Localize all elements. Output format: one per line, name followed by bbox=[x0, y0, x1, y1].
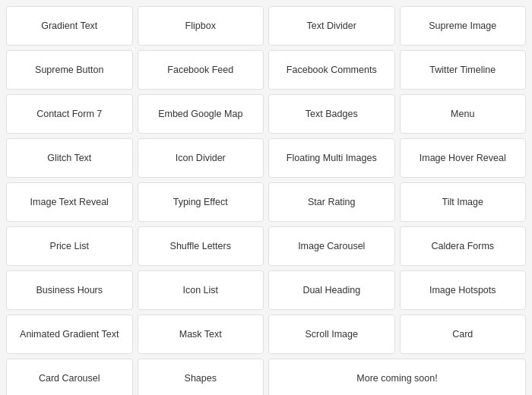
widget-item[interactable]: Business Hours bbox=[6, 270, 133, 310]
widget-item[interactable]: Image Hotspots bbox=[400, 270, 527, 310]
widget-item[interactable]: Image Text Reveal bbox=[6, 182, 133, 222]
widget-item[interactable]: Dual Heading bbox=[268, 270, 395, 310]
widget-grid: Gradient TextFlipboxText DividerSupreme … bbox=[0, 0, 532, 395]
widget-item[interactable]: Supreme Image bbox=[400, 6, 527, 46]
widget-item[interactable]: Tilt Image bbox=[400, 182, 527, 222]
widget-item[interactable]: Animated Gradient Text bbox=[6, 314, 133, 354]
widget-item[interactable]: Image Hover Reveal bbox=[400, 138, 527, 178]
widget-item[interactable]: Embed Google Map bbox=[138, 94, 264, 134]
widget-item[interactable]: Icon Divider bbox=[138, 138, 264, 178]
widget-item[interactable]: Card Carousel bbox=[6, 359, 133, 395]
widget-item[interactable]: More coming soon! bbox=[268, 359, 526, 395]
widget-item[interactable]: Contact Form 7 bbox=[6, 94, 133, 134]
widget-item[interactable]: Menu bbox=[400, 94, 527, 134]
widget-item[interactable]: Mask Text bbox=[138, 314, 264, 354]
widget-item[interactable]: Typing Effect bbox=[138, 182, 264, 222]
widget-item[interactable]: Price List bbox=[6, 226, 133, 266]
widget-item[interactable]: Facebook Comments bbox=[268, 50, 395, 90]
widget-item[interactable]: Scroll Image bbox=[268, 314, 395, 354]
widget-item[interactable]: Image Carousel bbox=[268, 226, 395, 266]
widget-item[interactable]: Flipbox bbox=[138, 6, 264, 46]
widget-item[interactable]: Twitter Timeline bbox=[400, 50, 527, 90]
widget-item[interactable]: Facebook Feed bbox=[138, 50, 264, 90]
widget-item[interactable]: Floating Multi Images bbox=[268, 138, 395, 178]
widget-item[interactable]: Card bbox=[400, 314, 527, 354]
widget-item[interactable]: Star Rating bbox=[268, 182, 395, 222]
widget-item[interactable]: Text Badges bbox=[268, 94, 395, 134]
widget-item[interactable]: Supreme Button bbox=[6, 50, 133, 90]
widget-item[interactable]: Shapes bbox=[138, 359, 264, 395]
widget-item[interactable]: Icon List bbox=[138, 270, 264, 310]
widget-item[interactable]: Glitch Text bbox=[6, 138, 133, 178]
widget-item[interactable]: Text Divider bbox=[268, 6, 395, 46]
widget-item[interactable]: Gradient Text bbox=[6, 6, 133, 46]
widget-item[interactable]: Caldera Forms bbox=[400, 226, 527, 266]
widget-item[interactable]: Shuffle Letters bbox=[138, 226, 264, 266]
